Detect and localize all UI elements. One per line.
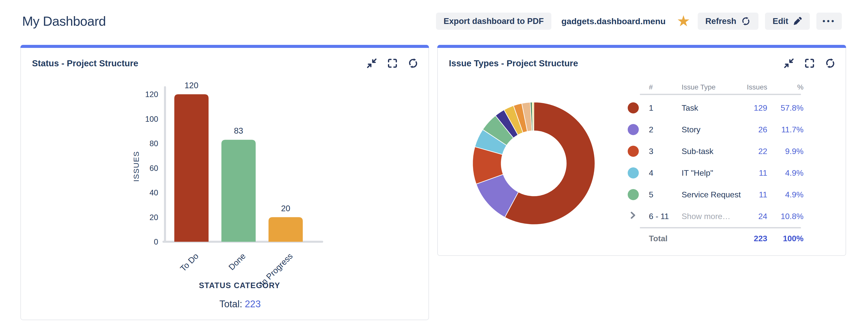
issue-pct-link[interactable]: 9.9% <box>767 147 804 156</box>
issue-type-label: IT "Help" <box>682 168 745 178</box>
issue-type-row-sub-task: 3Sub-task229.9% <box>625 140 804 162</box>
y-tick-label: 60 <box>150 164 158 173</box>
issue-pct-link[interactable]: 11.7% <box>767 125 804 134</box>
bar-to-do[interactable] <box>174 94 209 242</box>
issue-pct-link[interactable]: 4.9% <box>767 190 804 199</box>
y-tick-label: 100 <box>145 115 158 123</box>
issue-pct-link[interactable]: 10.8% <box>767 212 804 221</box>
issue-types-total-row: Total 223 100% <box>625 228 804 249</box>
refresh-label: Refresh <box>705 17 736 26</box>
issue-pct-link[interactable]: 4.9% <box>767 168 804 178</box>
issue-type-label: Story <box>682 125 745 134</box>
issue-count-link[interactable]: 26 <box>745 125 767 134</box>
row-number: 6 - 11 <box>649 212 682 221</box>
total-row-pct: 100% <box>767 234 804 243</box>
pencil-icon <box>793 17 802 26</box>
status-total-value[interactable]: 223 <box>245 299 261 309</box>
issue-types-table-header: # Issue Type Issues % <box>625 81 804 94</box>
edit-label: Edit <box>773 17 788 26</box>
row-number: 4 <box>649 168 682 178</box>
issue-count-link[interactable]: 129 <box>745 103 767 113</box>
issue-count-link[interactable]: 22 <box>745 147 767 156</box>
issue-types-gadget-card: Issue Types - Project Structure <box>437 45 846 256</box>
bar-value-label: 83 <box>234 126 243 135</box>
bar-in-progress[interactable] <box>269 217 303 242</box>
status-total-label: Total: <box>219 299 242 309</box>
issue-type-row-task: 1Task12957.8% <box>625 97 804 119</box>
issue-count-link[interactable]: 11 <box>745 190 767 199</box>
total-row-label: Total <box>649 234 745 243</box>
issue-type-row-story: 2Story2611.7% <box>625 119 804 140</box>
x-category-label: To Do <box>178 251 200 273</box>
y-axis-title: ISSUES <box>132 151 140 182</box>
issue-types-table: # Issue Type Issues % 1Task12957.8%2Stor… <box>625 81 804 249</box>
show-more-chevron-icon[interactable] <box>628 210 638 220</box>
color-swatch-story <box>628 124 639 135</box>
issue-count-link[interactable]: 24 <box>745 212 767 221</box>
issue-type-row-service-request: 5Service Request114.9% <box>625 184 804 205</box>
issue-type-row-show-more: 6 - 11Show more…2410.8% <box>625 205 804 227</box>
status-bar-chart[interactable]: 020406080100120120To Do83Done20In Progre… <box>21 45 430 321</box>
toolbar: Export dashboard to PDF gadgets.dashboar… <box>436 12 842 30</box>
col-header-pct: % <box>767 83 804 91</box>
color-swatch-sub-task <box>628 146 639 157</box>
x-category-label: Done <box>227 251 247 272</box>
refresh-button[interactable]: Refresh <box>698 12 758 30</box>
dashboard-header: My Dashboard Export dashboard to PDF gad… <box>22 9 842 33</box>
issue-type-label: Task <box>682 103 745 113</box>
issue-types-table-body: 1Task12957.8%2Story2611.7%3Sub-task229.9… <box>625 97 804 227</box>
color-swatch-service-request <box>628 189 639 200</box>
dashboard-menu-label: gadgets.dashboard.menu <box>561 17 666 26</box>
col-header-num: # <box>649 83 682 91</box>
page-title: My Dashboard <box>22 13 106 29</box>
bar-value-label: 20 <box>281 204 290 213</box>
bar-value-label: 120 <box>184 81 198 90</box>
status-gadget-card: Status - Project Structure <box>21 45 429 320</box>
row-number: 1 <box>649 103 682 113</box>
color-swatch-it-help <box>628 167 639 178</box>
export-pdf-button[interactable]: Export dashboard to PDF <box>436 12 551 30</box>
issue-count-link[interactable]: 11 <box>745 168 767 178</box>
issue-type-row-it-help: 4IT "Help"114.9% <box>625 162 804 184</box>
color-swatch-task <box>628 102 639 113</box>
status-total: Total:223 <box>45 299 435 310</box>
col-header-issue-type: Issue Type <box>682 83 745 91</box>
export-pdf-label: Export dashboard to PDF <box>443 17 544 26</box>
more-actions-button[interactable]: ••• <box>816 12 842 30</box>
y-tick-label: 20 <box>150 213 158 222</box>
table-header-divider <box>640 94 801 95</box>
refresh-icon <box>741 16 751 26</box>
row-number: 5 <box>649 190 682 199</box>
issue-type-label[interactable]: Show more… <box>682 212 745 221</box>
col-header-issues: Issues <box>745 83 767 91</box>
issue-type-label: Sub-task <box>682 147 745 156</box>
y-tick-label: 120 <box>145 90 158 99</box>
favorite-star-icon[interactable]: ★ <box>677 13 690 29</box>
bar-done[interactable] <box>221 140 256 242</box>
issue-type-label: Service Request <box>682 190 745 199</box>
row-number: 2 <box>649 125 682 134</box>
y-tick-label: 0 <box>154 238 158 246</box>
y-tick-label: 40 <box>150 188 158 197</box>
total-row-issues: 223 <box>745 234 767 243</box>
edit-button[interactable]: Edit <box>765 12 810 30</box>
row-number: 3 <box>649 147 682 156</box>
x-axis-title: STATUS CATEGORY <box>199 281 280 290</box>
more-actions-label: ••• <box>823 17 836 25</box>
issue-pct-link[interactable]: 57.8% <box>767 103 804 113</box>
y-tick-label: 80 <box>150 139 158 148</box>
